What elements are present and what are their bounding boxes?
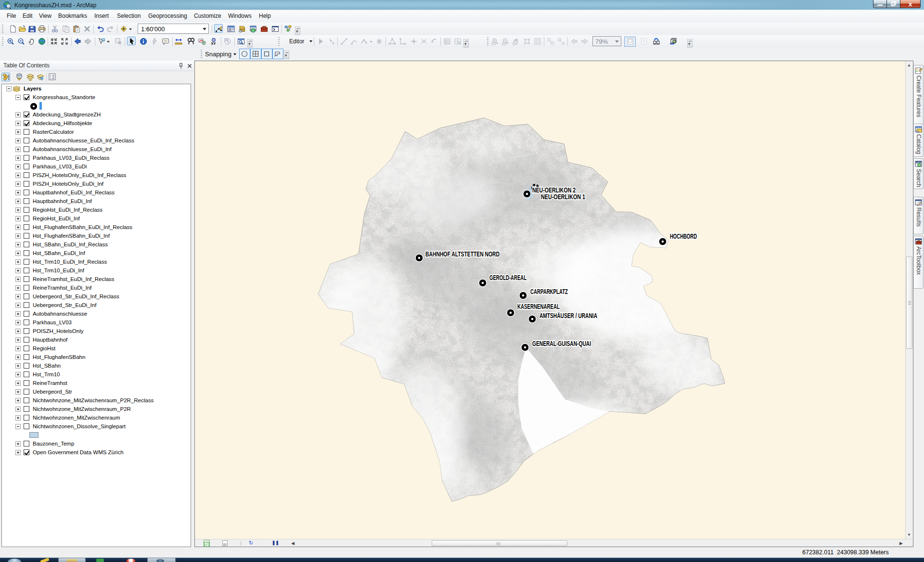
svg-text:Amtshäuser / Urania: Amtshäuser / Urania [539,311,597,319]
svg-text:Neu-Oerlikon 1: Neu-Oerlikon 1 [541,192,585,201]
svg-text:Kasernenareal: Kasernenareal [517,302,560,310]
svg-text:Carparkplatz: Carparkplatz [530,287,568,295]
svg-text:A: A [332,41,334,45]
svg-text:XY: XY [211,41,216,45]
svg-text:Gerold-Areal: Gerold-Areal [489,273,526,281]
svg-text:Hochbord: Hochbord [670,232,697,240]
svg-text:General-Guisan-Quai: General-Guisan-Quai [532,339,591,347]
svg-text:Bahnhof Altstetten Nord: Bahnhof Altstetten Nord [425,250,500,258]
